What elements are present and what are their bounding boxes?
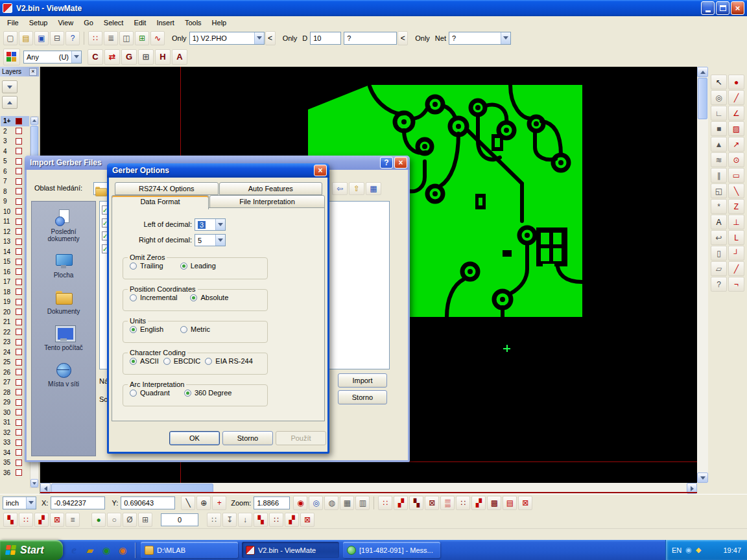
ok-button[interactable]: OK bbox=[169, 431, 220, 445]
combo-arrow-icon[interactable] bbox=[26, 497, 36, 509]
pad-pattern-10-icon[interactable]: ⊠ bbox=[518, 496, 532, 510]
layers-scroll-up-icon[interactable] bbox=[30, 117, 38, 125]
new-file-icon[interactable]: ▢ bbox=[3, 31, 18, 45]
menu-item[interactable]: View bbox=[53, 17, 78, 29]
pattern-a-icon[interactable]: ▚ bbox=[3, 513, 18, 527]
anchor-icon[interactable]: ↧ bbox=[222, 513, 237, 527]
radio-option[interactable]: EIA RS-244 bbox=[205, 357, 252, 365]
place-item[interactable]: Místa v síti bbox=[48, 362, 79, 388]
layer-color-swatch[interactable] bbox=[16, 379, 22, 386]
swap-layers-icon[interactable]: ⇄ bbox=[104, 49, 120, 65]
table-grid-icon[interactable]: ⊞ bbox=[138, 513, 152, 527]
layer-color-swatch[interactable] bbox=[16, 299, 22, 305]
start-button[interactable]: Start bbox=[0, 540, 63, 560]
layer-color-swatch[interactable] bbox=[16, 178, 22, 185]
cancel-button[interactable]: Storno bbox=[222, 431, 273, 445]
layers-panel-header[interactable]: Layers × bbox=[0, 67, 39, 76]
layer-color-swatch[interactable] bbox=[16, 128, 22, 134]
layer-row[interactable]: 4 bbox=[1, 146, 29, 157]
context-help-icon[interactable]: ? bbox=[65, 31, 80, 45]
parallel-lines-icon[interactable]: ∥ bbox=[711, 168, 727, 183]
update-tray-icon[interactable]: ◆ bbox=[696, 546, 701, 554]
active-layer-combo[interactable]: 1) V2.PHO bbox=[189, 32, 265, 45]
radio-option[interactable]: Leading bbox=[180, 262, 216, 270]
back-icon[interactable]: ⇦ bbox=[332, 182, 348, 195]
pad-pattern-2-icon[interactable]: ▞ bbox=[394, 496, 408, 510]
place-item[interactable]: Poslední dokumenty bbox=[35, 209, 92, 242]
zoom-field[interactable]: 1.8866 bbox=[254, 496, 290, 509]
layer-row[interactable]: 36 bbox=[1, 468, 29, 478]
pad-pattern-9-icon[interactable]: ▤ bbox=[503, 496, 517, 510]
dot-grid-icon[interactable]: ∷ bbox=[207, 513, 221, 527]
left-decimal-combo[interactable]: 3 bbox=[195, 218, 226, 231]
task-button[interactable]: [191-482-091] - Mess... bbox=[343, 542, 440, 558]
layer-color-swatch[interactable] bbox=[16, 279, 22, 285]
text-tool-icon[interactable]: A bbox=[711, 215, 727, 229]
layer-color-swatch[interactable] bbox=[16, 460, 22, 466]
select-window-icon[interactable]: ∷ bbox=[88, 31, 102, 45]
dcode-field[interactable]: 10 bbox=[310, 32, 341, 45]
dialog-tab[interactable]: File Interpretation bbox=[209, 195, 325, 208]
aperture-type-combo[interactable]: Any (U) bbox=[23, 51, 82, 64]
layer-color-swatch[interactable] bbox=[16, 449, 22, 456]
prev-dcode-button[interactable]: < bbox=[397, 31, 408, 45]
radio-option[interactable]: Trailing bbox=[130, 262, 163, 270]
aperture-palette-icon[interactable] bbox=[3, 49, 20, 65]
layer-row[interactable]: 3 bbox=[1, 136, 29, 146]
grid-b-icon[interactable]: ▥ bbox=[355, 496, 370, 510]
pattern-b-icon[interactable]: ∷ bbox=[19, 513, 33, 527]
layer-color-swatch[interactable] bbox=[16, 469, 22, 476]
diagonal-line-icon[interactable]: ╲ bbox=[728, 183, 744, 198]
view-menu-icon[interactable]: ▦ bbox=[366, 182, 381, 195]
pattern-e-icon[interactable]: ≡ bbox=[65, 513, 80, 527]
layer-move-up-button[interactable] bbox=[2, 96, 18, 109]
draw-line-icon[interactable]: ╱ bbox=[728, 90, 744, 105]
zoom-in-icon[interactable]: ◉ bbox=[293, 496, 307, 510]
diagonal-measure-icon[interactable]: ╲ bbox=[181, 496, 195, 510]
layer-color-swatch[interactable] bbox=[16, 208, 22, 215]
pad-pattern-6-icon[interactable]: ∷ bbox=[456, 496, 470, 510]
layer-color-swatch[interactable] bbox=[16, 329, 22, 335]
layer-color-swatch[interactable] bbox=[16, 259, 22, 265]
select-arrow-icon[interactable]: ↖ bbox=[711, 75, 727, 89]
layer-color-swatch[interactable] bbox=[16, 309, 22, 315]
place-item[interactable]: Plocha bbox=[54, 253, 74, 279]
menu-item[interactable]: Go bbox=[78, 17, 99, 29]
layer-color-swatch[interactable] bbox=[16, 138, 22, 145]
circle-pad-icon[interactable]: ⊙ bbox=[728, 152, 744, 167]
grid-a-icon[interactable]: ▦ bbox=[340, 496, 354, 510]
vscroll-thumb[interactable] bbox=[698, 78, 707, 119]
layer-color-swatch[interactable] bbox=[16, 218, 22, 225]
pattern-i-icon[interactable]: ⊠ bbox=[300, 513, 314, 527]
y-coordinate-field[interactable]: 0.690643 bbox=[121, 496, 175, 509]
dialog-tab[interactable]: RS274-X Options bbox=[115, 182, 219, 195]
layer-color-swatch[interactable] bbox=[16, 399, 22, 406]
layers-scroll-down-icon[interactable] bbox=[30, 479, 38, 487]
only-net-toggle[interactable]: Only bbox=[415, 34, 430, 42]
place-item[interactable]: Tento počítač bbox=[44, 325, 82, 351]
star-tool-icon[interactable]: * bbox=[711, 199, 727, 214]
units-combo[interactable]: inch bbox=[3, 496, 36, 509]
open-box-icon[interactable]: ▯ bbox=[711, 246, 727, 261]
layer-color-swatch[interactable] bbox=[16, 389, 22, 395]
canvas-vscrollbar[interactable] bbox=[697, 67, 708, 483]
hatch-square-icon[interactable]: ▨ bbox=[728, 121, 744, 136]
close-button[interactable]: × bbox=[731, 1, 744, 15]
rect-outline-icon[interactable]: ▭ bbox=[728, 168, 744, 183]
pattern-g-icon[interactable]: ∷ bbox=[269, 513, 283, 527]
board-grid-icon[interactable]: ⊞ bbox=[135, 31, 149, 45]
pattern-d-icon[interactable]: ⊠ bbox=[50, 513, 64, 527]
stamp-tool-icon[interactable]: ▱ bbox=[711, 261, 727, 276]
text-a-icon[interactable]: A bbox=[172, 49, 187, 65]
dcode-c-icon[interactable]: C bbox=[88, 49, 103, 65]
layer-color-swatch[interactable] bbox=[16, 359, 22, 366]
ie-icon[interactable]: e bbox=[67, 544, 80, 557]
measure-wave-icon[interactable]: ∿ bbox=[150, 31, 165, 45]
zoom-all-icon[interactable]: ◍ bbox=[324, 496, 338, 510]
radio-option[interactable]: Incremental bbox=[130, 294, 177, 301]
layer-color-swatch[interactable] bbox=[16, 419, 22, 426]
menu-item[interactable]: Tools bbox=[180, 17, 207, 29]
layers-close-icon[interactable]: × bbox=[29, 68, 37, 76]
radio-option[interactable]: Quadrant bbox=[130, 389, 170, 397]
zoom-circles-icon[interactable]: ◎ bbox=[711, 90, 727, 105]
